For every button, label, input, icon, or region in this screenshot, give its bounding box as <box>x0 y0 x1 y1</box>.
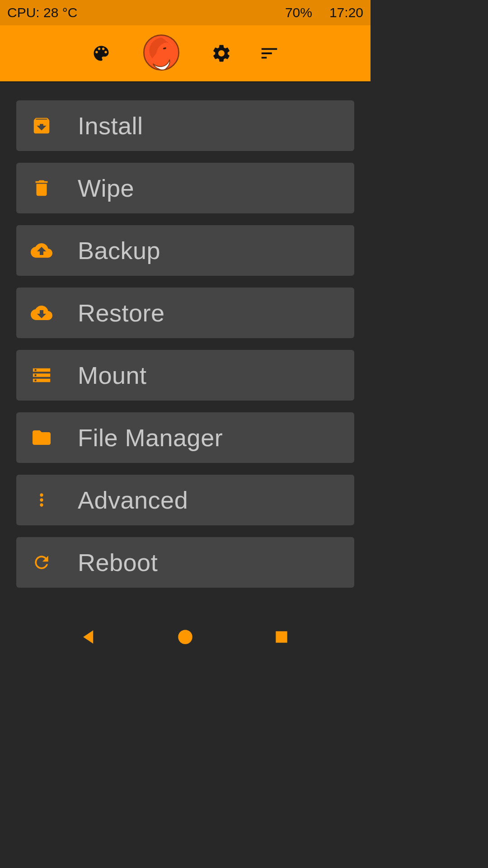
nav-recent-button[interactable] <box>263 623 300 651</box>
nav-back-button[interactable] <box>71 623 107 651</box>
folder-icon <box>31 427 52 448</box>
wipe-button[interactable]: Wipe <box>16 163 354 213</box>
dots-vertical-icon <box>31 489 52 511</box>
menu-label: File Manager <box>78 424 223 452</box>
cpu-temp-label: CPU: 28 °C <box>7 5 285 20</box>
install-button[interactable]: Install <box>16 100 354 151</box>
menu-label: Backup <box>78 236 160 264</box>
menu-label: Advanced <box>78 486 188 514</box>
sort-icon[interactable] <box>259 43 280 64</box>
advanced-button[interactable]: Advanced <box>16 475 354 525</box>
svg-point-2 <box>178 630 192 644</box>
menu-label: Wipe <box>78 174 134 202</box>
restore-button[interactable]: Restore <box>16 288 354 338</box>
nav-home-button[interactable] <box>167 623 203 651</box>
backup-button[interactable]: Backup <box>16 225 354 276</box>
svg-rect-3 <box>276 631 287 642</box>
cloud-up-icon <box>31 240 52 261</box>
main-menu: Install Wipe Backup Restore <box>0 82 371 612</box>
menu-label: Restore <box>78 299 165 327</box>
menu-label: Mount <box>78 361 147 389</box>
nav-bar <box>0 612 371 662</box>
file-manager-button[interactable]: File Manager <box>16 412 354 463</box>
reboot-button[interactable]: Reboot <box>16 537 354 588</box>
menu-label: Reboot <box>78 548 158 576</box>
archive-down-icon <box>31 115 52 137</box>
top-bar <box>0 25 371 82</box>
mount-button[interactable]: Mount <box>16 350 354 401</box>
status-bar: CPU: 28 °C 70% 17:20 <box>0 0 371 25</box>
cloud-down-icon <box>31 302 52 324</box>
clock-time: 17:20 <box>329 5 363 20</box>
trash-icon <box>31 177 52 199</box>
menu-label: Install <box>78 112 143 140</box>
palette-icon[interactable] <box>91 43 112 64</box>
storage-icon <box>31 364 52 386</box>
refresh-icon <box>31 552 52 573</box>
battery-level: 70% <box>285 5 312 20</box>
fox-logo-icon[interactable] <box>139 31 184 76</box>
settings-icon[interactable] <box>211 43 232 64</box>
